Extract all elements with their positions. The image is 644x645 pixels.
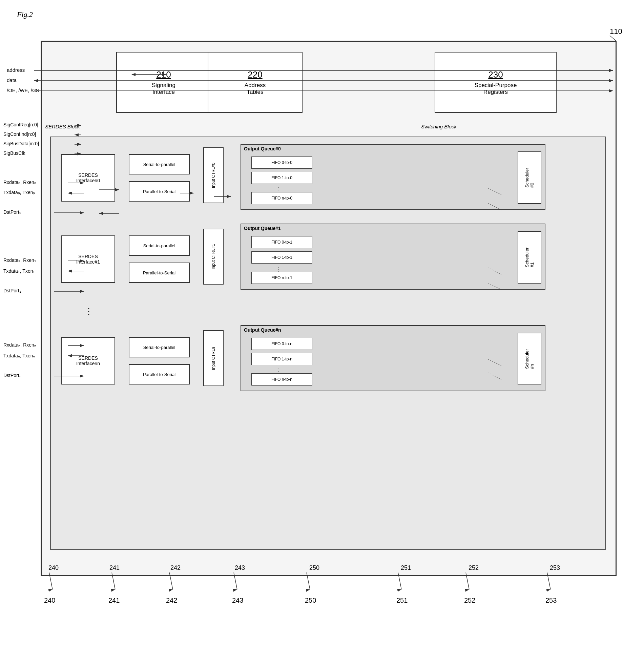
fifo-1-to-0: FIFO 1-to-0: [251, 172, 312, 184]
block-220-label: AddressTables: [245, 82, 266, 96]
fifo-0-to-n: FIFO 0-to-n: [251, 338, 312, 350]
signal-dstport1: DstPort₁: [3, 288, 21, 293]
fifo-n-to-0: FIFO n-to-0: [251, 192, 312, 204]
parallel-to-serial-0: Parallel-to-Serial: [129, 181, 190, 202]
input-ctrl-0: Input CTRL#0: [203, 147, 224, 203]
fifo-0-to-1: FIFO 0-to-1: [251, 236, 312, 248]
block-230-label: Special-PurposeRegisters: [475, 82, 517, 96]
ref-253: 253: [545, 597, 557, 604]
serial-to-parallel-n: Serial-to-parallel: [129, 337, 190, 357]
fifo-1-to-n: FIFO 1-to-n: [251, 353, 312, 365]
output-queue-1-label: Output Queue#1: [241, 224, 545, 232]
outer-box-110: 210 SignalingInterface 220 AddressTables…: [41, 41, 617, 576]
fifo-n-to-1: FIFO n-to-1: [251, 272, 312, 284]
label-110: 110: [610, 27, 622, 36]
output-queue-0-label: Output Queue#0: [241, 145, 545, 153]
label-243: 243: [235, 564, 245, 571]
output-queue-1: Output Queue#1 FIFO 0-to-1 FIFO 1-to-1 ⋮…: [241, 224, 545, 290]
signal-dstportn: DstPortₙ: [3, 373, 21, 378]
label-251: 251: [401, 564, 411, 571]
output-queue-0: Output Queue#0 FIFO 0-to-0 FIFO 1-to-0 ⋮…: [241, 144, 545, 210]
parallel-to-serial-1: Parallel-to-Serial: [129, 263, 190, 283]
serdes-interface-0: SERDES Interface#0: [61, 154, 115, 202]
label-241: 241: [109, 564, 120, 571]
label-240: 240: [48, 564, 59, 571]
figure-label: Fig.2: [17, 10, 33, 19]
signal-sig1: SigConfReq[n:0]: [3, 122, 38, 127]
output-queue-n: Output Queue#n FIFO 0-to-n FIFO 1-to-n ⋮…: [241, 325, 545, 391]
signal-sig3: SigBusData[m:0]: [3, 141, 39, 146]
serdes-inner-box: SERDES Interface#0 Serial-to-parallel Pa…: [50, 137, 606, 550]
block-230: 230 Special-PurposeRegisters: [435, 52, 557, 113]
ref-240: 240: [44, 597, 55, 604]
signal-rxdata0: Rxdata₀, Rxen₀: [3, 180, 36, 185]
ref-241: 241: [108, 597, 120, 604]
signal-txdata1: Txdata₁, Txen₁: [3, 268, 35, 274]
serdes-interface-n: SERDES Interface#n: [61, 337, 115, 384]
parallel-to-serial-n: Parallel-to-Serial: [129, 364, 190, 384]
block-210-number: 210: [156, 69, 171, 80]
serial-to-parallel-0: Serial-to-parallel: [129, 154, 190, 174]
signal-dstport0: DstPort₀: [3, 209, 21, 215]
signal-address: address: [7, 67, 25, 73]
signal-data: data: [7, 77, 17, 83]
signal-rxdata1: Rxdata₁, Rxen₁: [3, 257, 36, 263]
fifo-1-to-1: FIFO 1-to-1: [251, 251, 312, 264]
block-230-number: 230: [488, 69, 503, 80]
label-242: 242: [170, 564, 181, 571]
label-250: 250: [309, 564, 319, 571]
block-220-number: 220: [248, 69, 262, 80]
serdes-block-label: SERDES Block: [45, 124, 80, 129]
signal-rxdatan: Rxdataₙ, Rxenₙ: [3, 342, 36, 348]
ref-242: 242: [166, 597, 177, 604]
input-ctrl-n: Input CTRLn: [203, 330, 224, 386]
ref-252: 252: [464, 597, 475, 604]
scheduler-0: Scheduler#0: [518, 151, 541, 204]
scheduler-1: Scheduler#1: [518, 231, 541, 284]
ref-251: 251: [396, 597, 408, 604]
row-dots: ⋮: [85, 307, 93, 316]
signal-txdatan: Txdataₙ, Txenₙ: [3, 353, 35, 358]
switching-block-label: Switching Block: [421, 124, 457, 129]
block-220: 220 AddressTables: [208, 52, 303, 113]
label-253: 253: [550, 564, 560, 571]
block-210-label: SignalingInterface: [152, 82, 175, 96]
fifo-0-to-0: FIFO 0-to-0: [251, 157, 312, 169]
ref-243: 243: [232, 597, 243, 604]
label-252: 252: [469, 564, 479, 571]
signal-sig4: SigBusClk: [3, 150, 25, 156]
scheduler-n: Scheduler#n: [518, 333, 541, 385]
output-queue-n-label: Output Queue#n: [241, 326, 545, 334]
block-210: 210 SignalingInterface: [116, 52, 211, 113]
input-ctrl-1: Input CTRL#1: [203, 229, 224, 285]
signal-sig2: SigConfInd[n:0]: [3, 131, 36, 137]
signal-txdata0: Txdata₀, Txen₀: [3, 190, 35, 195]
serdes-interface-1: SERDES Interface#1: [61, 235, 115, 283]
signal-oe-we-cs: /OE, /WE, /CS: [7, 87, 39, 93]
ref-250: 250: [305, 597, 316, 604]
serial-to-parallel-1: Serial-to-parallel: [129, 235, 190, 256]
fifo-n-to-n: FIFO n-to-n: [251, 373, 312, 386]
